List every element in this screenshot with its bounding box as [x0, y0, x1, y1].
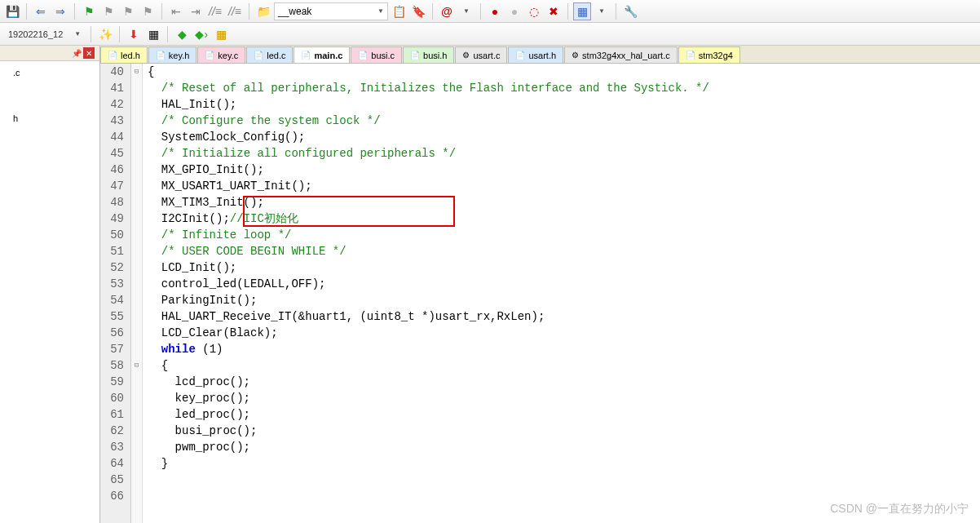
bookmark-prev-icon[interactable]: ⚑ [99, 2, 117, 20]
line-number: 50 [110, 227, 124, 243]
file-tab-stm32g4[interactable]: 📄stm32g4 [678, 47, 740, 63]
file-tab-busi-h[interactable]: 📄busi.h [403, 47, 454, 63]
file-tab-led-c[interactable]: 📄led.c [246, 47, 293, 63]
code-line[interactable]: { [148, 64, 709, 80]
breakpoint-kill-icon[interactable]: ✖ [545, 2, 563, 20]
diamond-green-icon[interactable]: ◆ [173, 25, 191, 43]
file-tab-led-h[interactable]: 📄led.h [100, 47, 148, 63]
token-ident: led_proc(); [148, 408, 250, 421]
code-line[interactable]: MX_GPIO_Init(); [148, 162, 709, 178]
fold-mark [131, 178, 142, 194]
diamond-next-icon[interactable]: ◆› [192, 25, 210, 43]
breakpoint-red-icon[interactable]: ● [486, 2, 504, 20]
window-layout-icon[interactable]: ▦ [573, 2, 591, 20]
file-tab-usart-c[interactable]: ⚙usart.c [455, 47, 507, 63]
fold-mark[interactable]: ⊟ [131, 357, 142, 374]
save-icon[interactable]: 💾 [3, 2, 21, 20]
symbol-dropdown[interactable]: __weak ▼ [274, 2, 388, 20]
code-line[interactable]: SystemClock_Config(); [148, 129, 709, 145]
file-tab-stm32g4xx_hal_uart-c[interactable]: ⚙stm32g4xx_hal_uart.c [564, 47, 678, 63]
code-line[interactable]: /* Initialize all configured peripherals… [148, 145, 709, 162]
file-tab-main-c[interactable]: 📄main.c [294, 47, 350, 63]
breakpoint-grey-icon[interactable]: ● [505, 2, 523, 20]
indent-right-icon[interactable]: ⇥ [187, 2, 205, 20]
token-ident: control_led(LEDALL,OFF); [148, 277, 325, 290]
bookmark-clear-icon[interactable]: ⚑ [139, 2, 157, 20]
indent-left-icon[interactable]: ⇤ [167, 2, 185, 20]
code-line[interactable]: } [148, 455, 709, 472]
code-lines[interactable]: { /* Reset of all peripherals, Initializ… [143, 64, 709, 523]
code-line[interactable]: HAL_Init(); [148, 96, 709, 113]
doc-list-icon[interactable]: 📋 [390, 2, 408, 20]
separator [90, 26, 91, 42]
configure-icon[interactable]: 🔧 [621, 2, 639, 20]
token-ident: SystemClock_Config(); [148, 131, 305, 144]
code-line[interactable]: I2CInit();//IIC初始化 [148, 211, 709, 227]
code-line[interactable]: control_led(LEDALL,OFF); [148, 276, 709, 292]
forward-icon[interactable]: ⇒ [51, 2, 69, 20]
breakpoint-disable-icon[interactable]: ◌ [525, 2, 543, 20]
code-line[interactable] [148, 472, 709, 488]
token-comment: /* Configure the system clock */ [161, 114, 381, 127]
file-tab-key-c[interactable]: 📄key.c [197, 47, 245, 63]
fold-mark [131, 325, 142, 341]
code-line[interactable]: busi_proc(); [148, 423, 709, 439]
bookmark-flag-icon[interactable]: ⚑ [80, 2, 98, 20]
uncomment-lines-icon[interactable]: //≡ [226, 2, 244, 20]
code-line[interactable]: key_proc(); [148, 390, 709, 406]
fold-mark [131, 129, 142, 145]
file-tab-key-h[interactable]: 📄key.h [148, 47, 196, 63]
line-number: 44 [110, 129, 124, 145]
fold-mark[interactable]: ⊟ [131, 64, 142, 80]
bookmark-next-icon[interactable]: ⚑ [119, 2, 137, 20]
code-line[interactable]: { [148, 357, 709, 374]
code-line[interactable]: /* Infinite loop */ [148, 227, 709, 243]
code-line[interactable]: HAL_UART_Receive_IT(&huart1, (uint8_t *)… [148, 308, 709, 325]
side-tree[interactable]: .c h [0, 61, 99, 523]
back-icon[interactable]: ⇐ [32, 2, 50, 20]
code-view[interactable]: 4041424344454647484950515253545556575859… [100, 64, 980, 523]
code-line[interactable]: /* Configure the system clock */ [148, 113, 709, 129]
code-line[interactable]: pwm_proc(); [148, 439, 709, 455]
folder-icon[interactable]: 📁 [254, 2, 272, 20]
token-comment: /* Initialize all configured peripherals… [161, 147, 456, 160]
code-line[interactable]: /* USER CODE BEGIN WHILE */ [148, 243, 709, 259]
file-icon: 📄 [108, 51, 117, 60]
tree-item[interactable]: h [3, 112, 96, 125]
code-line[interactable]: lcd_proc(); [148, 374, 709, 390]
fold-mark [131, 455, 142, 472]
layout-dd-icon[interactable]: ▼ [593, 2, 611, 20]
code-line[interactable] [148, 488, 709, 504]
debug-at-dd-icon[interactable]: ▼ [457, 2, 475, 20]
code-line[interactable]: /* Reset of all peripherals, Initializes… [148, 80, 709, 96]
pin-icon[interactable]: 📌 [72, 49, 82, 58]
tree-item[interactable]: .c [3, 66, 96, 79]
find-text-icon[interactable]: 🔖 [409, 2, 427, 20]
chevron-down-icon[interactable]: ▼ [74, 30, 81, 38]
code-line[interactable]: MX_TIM3_Init(); [148, 194, 709, 211]
build-target-icon[interactable]: ▦ [144, 25, 162, 43]
token-comment: /* USER CODE BEGIN WHILE */ [161, 245, 347, 258]
magic-wand-icon[interactable]: ✨ [96, 25, 114, 43]
code-line[interactable]: while (1) [148, 341, 709, 357]
code-line[interactable]: led_proc(); [148, 406, 709, 423]
close-icon[interactable]: ✕ [83, 47, 95, 59]
separator [249, 3, 249, 20]
file-tab-label: stm32g4 [699, 51, 733, 60]
file-tab-usart-h[interactable]: 📄usart.h [508, 47, 563, 63]
debug-at-icon[interactable]: @ [438, 2, 456, 20]
code-line[interactable]: MX_USART1_UART_Init(); [148, 178, 709, 194]
file-tab-busi-c[interactable]: 📄busi.c [351, 47, 402, 63]
code-line[interactable]: LCD_Clear(Black); [148, 325, 709, 341]
code-line[interactable]: LCD_Init(); [148, 259, 709, 276]
token-ident: ) [216, 343, 223, 356]
comment-lines-icon[interactable]: //≡ [206, 2, 224, 20]
file-icon: ⚙ [462, 51, 470, 60]
symbol-dropdown-text: __weak [278, 6, 311, 17]
code-line[interactable]: ParkingInit(); [148, 292, 709, 308]
fold-mark [131, 472, 142, 488]
build-all-icon[interactable]: ▦ [212, 25, 230, 43]
build-file-icon[interactable]: ⬇ [125, 25, 143, 43]
line-number: 66 [110, 488, 124, 504]
file-tab-label: stm32g4xx_hal_uart.c [582, 51, 670, 60]
